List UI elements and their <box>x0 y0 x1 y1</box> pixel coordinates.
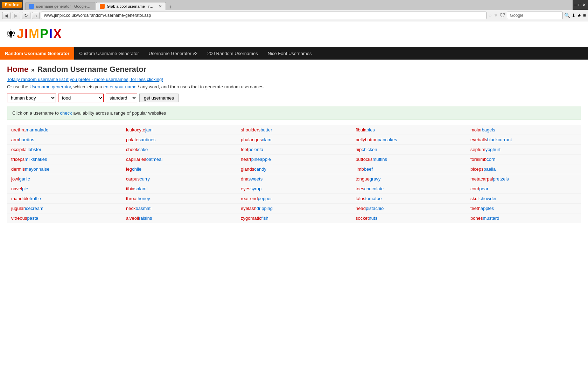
username-link[interactable]: buttocksmuffins <box>356 157 387 162</box>
username-link[interactable]: occipitallobster <box>11 147 41 152</box>
username-link[interactable]: eyessyrup <box>241 186 261 191</box>
nav-item-v2[interactable]: Username Generator v2 <box>144 47 202 60</box>
list-item[interactable]: hipchicken <box>351 145 466 155</box>
bookmark-star-icon[interactable]: ☆ <box>488 13 492 18</box>
firefox-menu-button[interactable]: Firefox <box>2 2 22 8</box>
username-link[interactable]: vitreouspasta <box>11 216 38 221</box>
username-link[interactable]: eyelashdripping <box>241 206 273 211</box>
list-item[interactable]: bicepspaella <box>466 164 581 174</box>
list-item[interactable]: molarbagels <box>466 125 581 135</box>
list-item[interactable]: urethramarmalade <box>7 125 122 135</box>
list-item[interactable]: eyelashdripping <box>237 204 351 213</box>
username-link[interactable]: tricepsmilkshakes <box>11 157 47 162</box>
username-link[interactable]: neckbasmati <box>126 206 152 211</box>
back-button[interactable]: ◀ <box>2 12 10 19</box>
username-link[interactable]: shouldersbutter <box>241 127 272 132</box>
list-item[interactable]: palatesardines <box>122 135 237 145</box>
username-link[interactable]: tonguegravy <box>356 176 381 182</box>
nav-item-200[interactable]: 200 Random Usernames <box>202 47 263 60</box>
tab-jimpix[interactable]: Grab a cool username - random user... ✕ <box>96 2 166 10</box>
totally-random-link[interactable]: Totally random username list if you pref… <box>7 77 163 82</box>
username-link[interactable]: teethapples <box>470 206 494 211</box>
list-item[interactable]: forelimbcorn <box>466 155 581 164</box>
username-link[interactable]: glandscandy <box>241 166 266 172</box>
list-item[interactable]: navelpie <box>7 184 122 194</box>
list-item[interactable]: eyeballsblackcurrant <box>466 135 581 145</box>
username-link[interactable]: dermismayonnaise <box>11 166 49 172</box>
forward-button[interactable]: ▶ <box>12 12 20 19</box>
category1-dropdown[interactable]: human body animals nature <box>7 94 56 102</box>
username-link[interactable]: capillariesoatmeal <box>126 157 162 162</box>
username-link[interactable]: limbbeef <box>356 166 373 172</box>
username-link[interactable]: headpistachio <box>356 206 384 211</box>
username-link[interactable]: metacarpalpretzels <box>470 176 509 182</box>
enter-name-link[interactable]: enter your name <box>103 84 136 89</box>
nav-item-nicefont[interactable]: Nice Font Usernames <box>263 47 317 60</box>
list-item[interactable]: eyessyrup <box>237 184 351 194</box>
username-link[interactable]: palatesardines <box>126 137 156 142</box>
list-item[interactable]: armburritos <box>7 135 122 145</box>
new-tab-button[interactable]: + <box>167 4 174 10</box>
list-item[interactable]: jugularicecream <box>7 204 122 213</box>
list-item[interactable]: jowlgarlic <box>7 174 122 184</box>
list-item[interactable]: socketnuts <box>351 213 466 223</box>
list-item[interactable]: cheekcake <box>122 145 237 155</box>
username-link[interactable]: bicepspaella <box>470 166 496 172</box>
list-item[interactable]: rear endpepper <box>237 194 351 204</box>
username-link[interactable]: bonesmustard <box>470 216 499 221</box>
search-input[interactable] <box>507 12 563 19</box>
list-item[interactable]: capillariesoatmeal <box>122 155 237 164</box>
list-item[interactable]: carpuscurry <box>122 174 237 184</box>
close-window-icon[interactable]: ✕ <box>582 2 586 7</box>
list-item[interactable]: septumyoghurt <box>466 145 581 155</box>
username-link[interactable]: forelimbcorn <box>470 157 496 162</box>
list-item[interactable]: headpistachio <box>351 204 466 213</box>
username-link[interactable]: jugularicecream <box>11 206 43 211</box>
username-link[interactable]: eyeballsblackcurrant <box>470 137 512 142</box>
list-item[interactable]: leukocytejam <box>122 125 237 135</box>
username-link[interactable]: skullchowder <box>470 196 497 201</box>
username-link[interactable]: toeschocolate <box>356 186 384 191</box>
username-link[interactable]: bellybuttonpancakes <box>356 137 397 142</box>
list-item[interactable]: feetpolenta <box>237 145 351 155</box>
username-link[interactable]: tibiasalami <box>126 186 147 191</box>
list-item[interactable]: mandibletruffle <box>7 194 122 204</box>
nav-item-random[interactable]: Random Username Generator <box>0 47 74 60</box>
username-link[interactable]: carpuscurry <box>126 176 150 182</box>
username-link[interactable]: heartpineapple <box>241 157 271 162</box>
list-item[interactable]: bonesmustard <box>466 213 581 223</box>
list-item[interactable]: dermismayonnaise <box>7 164 122 174</box>
nav-item-custom[interactable]: Custom Username Generator <box>74 47 144 60</box>
list-item[interactable]: phalangesclam <box>237 135 351 145</box>
username-link[interactable]: phalangesclam <box>241 137 271 142</box>
username-link[interactable]: legchile <box>126 166 141 172</box>
downloads-icon[interactable]: ⬇ <box>572 13 576 18</box>
maximize-icon[interactable]: □ <box>579 2 581 7</box>
list-item[interactable]: heartpineapple <box>237 155 351 164</box>
username-link[interactable]: mandibletruffle <box>11 196 41 201</box>
username-link[interactable]: armburritos <box>11 137 34 142</box>
username-link[interactable]: urethramarmalade <box>11 127 48 132</box>
username-link[interactable]: alveoliraisins <box>126 216 152 221</box>
list-item[interactable]: neckbasmati <box>122 204 237 213</box>
list-item[interactable]: zygomaticfish <box>237 213 351 223</box>
minimize-icon[interactable]: ─ <box>574 2 577 7</box>
list-item[interactable]: shouldersbutter <box>237 125 351 135</box>
tab-close-icon[interactable]: ✕ <box>159 4 162 9</box>
username-link[interactable]: navelpie <box>11 186 28 191</box>
username-link[interactable]: molarbagels <box>470 127 495 132</box>
username-link[interactable]: leukocytejam <box>126 127 153 132</box>
list-item[interactable]: buttocksmuffins <box>351 155 466 164</box>
list-item[interactable]: vitreouspasta <box>7 213 122 223</box>
style-dropdown[interactable]: standard short long <box>106 94 137 102</box>
list-item[interactable]: cordpear <box>466 184 581 194</box>
list-item[interactable]: metacarpalpretzels <box>466 174 581 184</box>
username-generator-link[interactable]: Username generator <box>29 84 71 89</box>
username-link[interactable]: hipchicken <box>356 147 377 152</box>
username-link[interactable]: rear endpepper <box>241 196 272 201</box>
username-link[interactable]: zygomaticfish <box>241 216 268 221</box>
list-item[interactable]: tricepsmilkshakes <box>7 155 122 164</box>
username-link[interactable]: septumyoghurt <box>470 147 500 152</box>
username-link[interactable]: throathoney <box>126 196 150 201</box>
list-item[interactable]: occipitallobster <box>7 145 122 155</box>
